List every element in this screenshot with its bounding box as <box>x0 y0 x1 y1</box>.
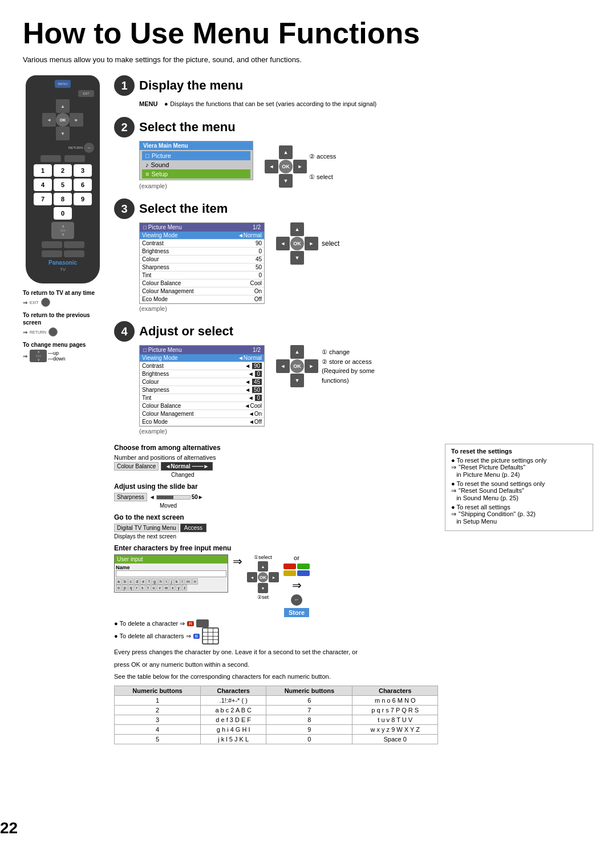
ok-left: ◄ <box>265 160 278 173</box>
reset-section: To reset the settings ● To reset the pic… <box>445 444 593 531</box>
cm-row-4: Colour Management◄On <box>140 410 264 418</box>
bottom-note-2: press OK or any numeric button within a … <box>114 660 438 669</box>
step-3-ok: ▲ ◄ OK ► ▼ select <box>276 222 339 265</box>
ch-button[interactable]: ∧ CH ∨ <box>51 222 74 239</box>
slide-example: Sharpness ◄ 50► <box>114 493 438 501</box>
ok-button[interactable]: OK <box>56 113 70 127</box>
red-btn[interactable] <box>283 564 296 569</box>
arrow-icon: ⇒ <box>23 299 27 306</box>
bottom-btn-2[interactable] <box>64 241 84 248</box>
return-to-tv-title: To return to TV at any time <box>23 289 103 297</box>
col-chars-1: Characters <box>201 686 266 696</box>
yellow-btn[interactable] <box>283 570 296 576</box>
bottom-btn-3[interactable] <box>42 250 62 257</box>
return-button[interactable]: ↩ <box>84 143 94 153</box>
step-4-badge: 4 <box>114 321 135 342</box>
num-5[interactable]: 5 <box>54 179 72 191</box>
menu-button[interactable]: MENU <box>55 80 71 88</box>
keyboard-area: abc def ghi jkl mn <box>116 578 226 585</box>
dpad: ▲ ◄ OK ► ▼ <box>42 99 83 140</box>
slide-bar-fill <box>157 496 173 499</box>
colour-balance-label: Colour Balance <box>114 462 159 471</box>
exit-circle-btn[interactable] <box>41 298 50 307</box>
contrast-row-4: Contrast◄ 90 <box>140 362 264 370</box>
ok4-right: ► <box>305 359 318 373</box>
table-row: 2a b c 2 A B C7p q r s 7 P Q R S <box>115 706 438 715</box>
name-label: Name <box>116 565 226 570</box>
num-9[interactable]: 9 <box>74 193 92 205</box>
step-3-section: 3 Select the item □ Picture Menu1/2 View… <box>114 198 593 312</box>
page-title: How to Use Menu Functions <box>23 17 593 50</box>
sharpness-row-4: Sharpness◄ 50 <box>140 386 264 394</box>
numpad-image <box>202 627 219 645</box>
exit-button[interactable]: EXIT <box>78 90 94 97</box>
eco-mode-row: Eco ModeOff <box>140 295 264 303</box>
choose-desc: Number and positions of alternatives <box>114 454 438 461</box>
num-8[interactable]: 8 <box>54 193 72 205</box>
remote-control-area: MENU EXIT ▲ ◄ OK ► ▼ <box>23 75 103 744</box>
return-btn-diagram[interactable]: ↩ <box>291 594 302 606</box>
bottom-note-3: See the table below for the correspondin… <box>114 672 438 681</box>
blue-btn[interactable] <box>297 570 310 576</box>
step-1-desc: Displays the functions that can be set (… <box>170 100 376 107</box>
reset-picture: ● To reset the picture settings only ⇒"R… <box>451 457 587 478</box>
ok-down: ▼ <box>279 174 293 188</box>
mid-btn-right[interactable] <box>64 155 85 162</box>
reset-all: ● To reset all settings ⇒"Shipping Condi… <box>451 504 587 525</box>
store-btn[interactable]: Store <box>284 608 309 617</box>
green-btn[interactable] <box>297 564 310 569</box>
picture-menu-header-3: □ Picture Menu1/2 <box>140 223 264 232</box>
num-6[interactable]: 6 <box>74 179 92 191</box>
step-4-labels: ① change ② store or access(Required by s… <box>322 347 375 385</box>
num-4[interactable]: 4 <box>34 179 52 191</box>
up-label: —up <box>48 350 66 356</box>
ch-control-small[interactable]: ∧ CH ∨ <box>30 350 47 362</box>
bottom-btn-4[interactable] <box>64 250 84 257</box>
mini-ok-section: ①select ▲ ◄ OK ► ▼ <box>247 554 279 600</box>
picture-menu-header-4: □ Picture Menu1/2 <box>140 346 264 354</box>
ok3-down: ▼ <box>290 251 304 265</box>
bottom-buttons <box>31 241 94 248</box>
dpad-up[interactable]: ▲ <box>56 99 70 113</box>
num-0[interactable]: 0 <box>54 207 72 220</box>
dpad-left[interactable]: ◄ <box>42 113 56 127</box>
ok4-center: OK <box>290 359 304 373</box>
bottom-btn-1[interactable] <box>42 241 62 248</box>
ok3-up: ▲ <box>290 222 304 236</box>
r-badge: R <box>187 621 194 626</box>
choose-example: Colour Balance ◄Normal ——► <box>114 462 438 471</box>
num-2[interactable]: 2 <box>54 164 72 177</box>
step-4-ok: ▲ ◄ OK ► ▼ ① change ② store or access(Re… <box>276 345 375 387</box>
table-row: 4g h i 4 G H I9w x y z 9 W X Y Z <box>115 725 438 735</box>
dpad-right[interactable]: ► <box>70 113 83 127</box>
step-2-section: 2 Select the menu Viera Main Menu □Pictu… <box>114 117 593 189</box>
bottom-left-col: Choose from among alternatives Number an… <box>114 444 438 744</box>
ok-dpad-4: ▲ ◄ OK ► ▼ <box>276 345 318 387</box>
choose-section: Choose from among alternatives Number an… <box>114 444 438 478</box>
changed-label: Changed <box>171 472 438 478</box>
free-input-section: Enter characters by free input menu User… <box>114 544 438 645</box>
step-1-badge: 1 <box>114 75 135 96</box>
mini-ok: OK <box>258 572 268 582</box>
return-label-text: RETURN <box>68 146 83 149</box>
or-text: or <box>294 554 299 561</box>
bottom-note-1: Every press changes the character by one… <box>114 648 438 656</box>
bottom-buttons-2 <box>31 250 94 257</box>
num-3[interactable]: 3 <box>74 164 92 177</box>
return-circle-btn[interactable] <box>48 327 58 337</box>
ok-dpad-3: ▲ ◄ OK ► ▼ <box>276 222 318 265</box>
mini-down: ▼ <box>258 583 268 593</box>
num-1[interactable]: 1 <box>34 164 52 177</box>
user-input-header: User input <box>115 555 228 564</box>
num-7[interactable]: 7 <box>34 193 52 205</box>
col-chars-2: Characters <box>352 686 438 696</box>
delete-char-row: ● To delete a character ⇒ R <box>114 619 438 627</box>
remote-body: MENU EXIT ▲ ◄ OK ► ▼ <box>26 75 100 283</box>
dpad-down[interactable]: ▼ <box>56 127 70 140</box>
step-3-example: (example) <box>139 305 265 312</box>
arrow-to-return: ⇒ <box>292 578 302 592</box>
mid-btn-left[interactable] <box>40 155 61 162</box>
user-input-field[interactable] <box>116 570 226 577</box>
step-2-menu: Viera Main Menu □Picture ♪Sound ≡Setup <box>139 141 253 189</box>
tint-row-4: Tint◄ 0 <box>140 394 264 402</box>
